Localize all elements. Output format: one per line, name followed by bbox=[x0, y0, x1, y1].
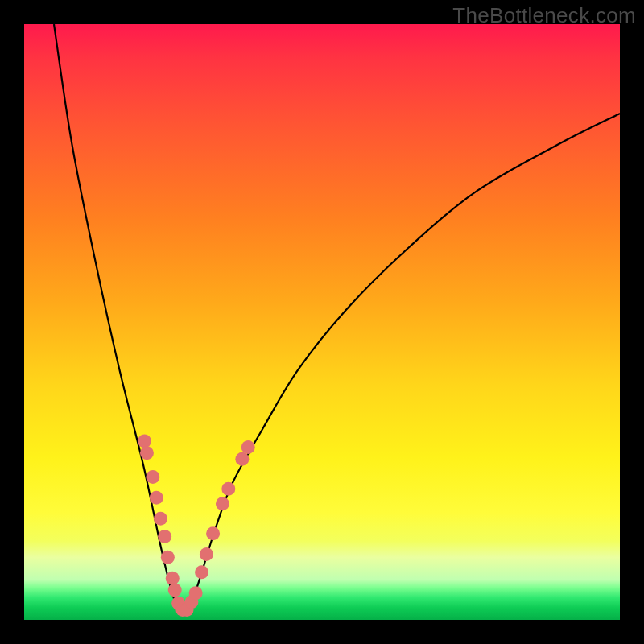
marker-dot bbox=[168, 584, 182, 597]
marker-dot bbox=[146, 470, 159, 484]
marker-dot bbox=[189, 586, 203, 600]
marker-dot bbox=[158, 530, 171, 543]
marker-dot bbox=[140, 446, 154, 460]
marker-dot bbox=[235, 452, 249, 466]
marker-dot bbox=[150, 491, 163, 505]
marker-dot bbox=[138, 435, 151, 448]
marker-dot bbox=[242, 440, 255, 454]
curve-markers bbox=[138, 435, 255, 617]
watermark-text: TheBottleneck.com bbox=[452, 3, 636, 28]
marker-dot bbox=[200, 547, 213, 561]
plot-area bbox=[24, 24, 620, 620]
marker-dot bbox=[195, 565, 208, 579]
marker-dot bbox=[206, 526, 220, 540]
chart-frame: TheBottleneck.com bbox=[0, 0, 644, 644]
bottleneck-curve bbox=[54, 24, 620, 614]
bottleneck-curve-svg bbox=[24, 24, 620, 620]
marker-dot bbox=[161, 551, 175, 564]
marker-dot bbox=[221, 482, 235, 496]
marker-dot bbox=[216, 497, 229, 510]
marker-dot bbox=[154, 512, 167, 526]
marker-dot bbox=[166, 572, 180, 585]
